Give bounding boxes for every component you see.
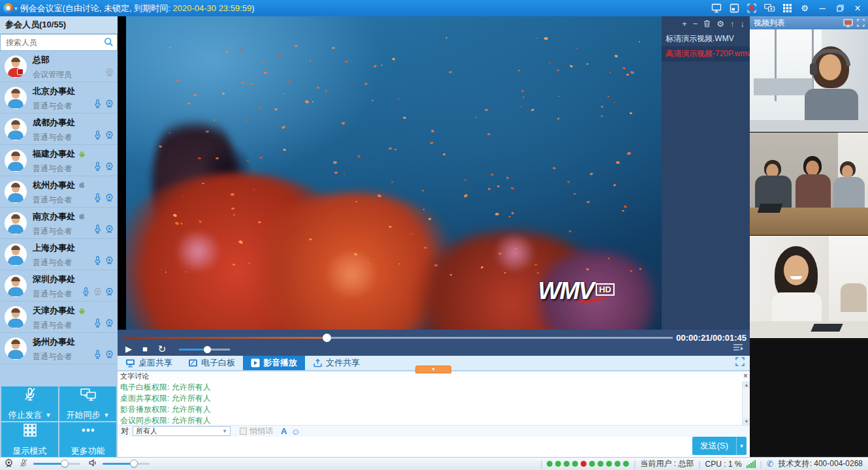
volume-handle[interactable]	[204, 346, 211, 353]
playlist-item[interactable]: 标清演示视频.WMV	[662, 31, 750, 46]
webcam-icon[interactable]	[104, 161, 114, 172]
mic-icon[interactable]	[93, 224, 103, 234]
settings-icon[interactable]: ⚙	[798, 3, 811, 14]
recipient-select[interactable]: 所有人▼	[133, 426, 231, 436]
playlist-settings-icon[interactable]: ⚙	[716, 20, 724, 28]
send-options-icon[interactable]: ▼	[736, 437, 747, 455]
play-button[interactable]: ▶	[125, 344, 132, 354]
chat-message: 影音播放权限: 允许所有人	[120, 404, 742, 415]
participant-row[interactable]: 深圳办事处普通与会者	[0, 270, 118, 302]
speaker-volume-handle[interactable]	[130, 460, 138, 467]
participant-row[interactable]: 天津办事处普通与会者	[0, 302, 118, 333]
video-thumbnail[interactable]	[750, 133, 868, 236]
stop-speaking-button[interactable]: 停止发言▼	[1, 386, 58, 421]
participant-row[interactable]: 杭州办事处普通与会者	[0, 176, 118, 208]
participant-row[interactable]: 成都办事处普通与会者	[0, 114, 118, 145]
menu-chevron-icon[interactable]: ▾	[14, 5, 18, 12]
chevron-down-icon[interactable]: ▼	[46, 412, 52, 418]
seek-handle[interactable]	[323, 334, 331, 342]
webcam-icon[interactable]	[104, 287, 114, 297]
webcam-icon[interactable]	[93, 287, 103, 297]
screen-share-icon[interactable]	[710, 3, 723, 14]
fullscreen-icon[interactable]	[735, 357, 745, 369]
display-grid-icon[interactable]	[780, 3, 794, 14]
tab-whiteboard[interactable]: 电子白板	[180, 356, 243, 370]
chat-close-icon[interactable]: ×	[743, 373, 748, 380]
speaker-volume-slider[interactable]	[103, 463, 150, 465]
chat-scrollbar[interactable]: ▲ ▼	[742, 381, 750, 425]
participant-row[interactable]: 北京办事处普通与会者	[0, 82, 118, 114]
tab-media-playback[interactable]: 影音播放	[243, 356, 305, 370]
mic-volume-handle[interactable]	[61, 460, 69, 467]
webcam-icon[interactable]	[104, 349, 114, 360]
playlist-item-name: 标清演示视频.WMV	[666, 31, 734, 46]
restore-icon[interactable]	[833, 3, 846, 14]
chevron-down-icon[interactable]: ▼	[104, 412, 110, 418]
playlist-item[interactable]: 高清演示视频-720P.wmv删除	[662, 46, 750, 61]
remove-media-icon[interactable]: −	[693, 20, 698, 28]
chat-messages: 电子白板权限: 允许所有人桌面共享权限: 允许所有人影音播放权限: 允许所有人会…	[118, 381, 742, 425]
chat-input-area[interactable]: 发送(S) ▼	[118, 437, 750, 458]
webcam-icon[interactable]	[104, 130, 114, 140]
mic-icon[interactable]	[93, 349, 103, 360]
search-input[interactable]	[0, 34, 118, 51]
volume-slider[interactable]	[179, 349, 230, 351]
participant-row[interactable]: 总部会议管理员	[0, 51, 118, 82]
collapse-handle[interactable]: ▾	[415, 366, 451, 373]
display-mode-button[interactable]: 显示模式	[1, 422, 58, 457]
participant-name: 成都办事处	[33, 117, 75, 129]
whisper-checkbox[interactable]	[240, 428, 247, 435]
webcam-icon[interactable]	[104, 193, 114, 203]
webcam-icon[interactable]	[104, 255, 114, 266]
webcam-icon[interactable]	[104, 99, 114, 109]
replay-button[interactable]: ↻	[158, 344, 167, 354]
seek-bar[interactable]	[123, 337, 673, 339]
network-sync-icon[interactable]	[763, 3, 776, 14]
minimize-icon[interactable]: ─	[816, 3, 829, 14]
chevron-down-icon: ▼	[222, 428, 227, 434]
participant-row[interactable]: 南京办事处普通与会者	[0, 208, 118, 239]
more-functions-button[interactable]: 更多功能	[59, 422, 116, 457]
participant-row[interactable]: 扬州办事处普通与会者	[0, 333, 118, 364]
tab-file-share[interactable]: 文件共享	[305, 356, 368, 370]
participant-device-icons	[93, 255, 114, 266]
video-window-icon[interactable]	[843, 19, 853, 27]
mic-muted-status-icon[interactable]	[19, 458, 28, 470]
mic-volume-slider[interactable]	[33, 463, 80, 465]
mic-icon[interactable]	[93, 193, 103, 203]
participant-row[interactable]: 福建办事处普通与会者	[0, 145, 118, 176]
tab-desktop-share[interactable]: 桌面共享	[118, 356, 180, 370]
mic-icon[interactable]	[93, 99, 103, 109]
add-media-icon[interactable]: +	[682, 20, 687, 28]
send-button[interactable]: 发送(S)	[692, 437, 736, 455]
font-style-button[interactable]: A	[281, 426, 287, 436]
trash-icon[interactable]	[703, 20, 711, 29]
quality-dot	[572, 461, 578, 467]
participant-device-icons	[93, 130, 114, 140]
video-thumbnail[interactable]	[750, 236, 868, 339]
mic-icon[interactable]	[93, 161, 103, 172]
move-up-icon[interactable]: ↑	[730, 20, 735, 28]
participant-row[interactable]: 上海办事处普通与会者	[0, 239, 118, 270]
video-thumbnail[interactable]	[750, 29, 868, 133]
playlist-toggle-icon[interactable]	[733, 342, 743, 354]
mic-icon[interactable]	[93, 318, 103, 328]
participant-name: 南京办事处	[33, 211, 86, 223]
emoji-button[interactable]: ☺	[291, 426, 300, 437]
close-icon[interactable]: ×	[851, 3, 864, 14]
mic-icon[interactable]	[93, 130, 103, 140]
webcam-status-icon[interactable]	[4, 458, 14, 470]
mic-icon[interactable]	[93, 255, 103, 266]
record-icon[interactable]	[745, 3, 758, 14]
start-sync-button[interactable]: 开始同步▼	[59, 386, 116, 421]
search-icon[interactable]	[104, 37, 114, 50]
webcam-icon[interactable]	[104, 318, 114, 328]
webcam-icon[interactable]	[104, 67, 114, 78]
stop-button[interactable]: ■	[142, 344, 148, 354]
window-mode-icon[interactable]	[728, 3, 741, 14]
speaker-icon[interactable]	[88, 458, 97, 469]
move-down-icon[interactable]: ↓	[741, 20, 745, 28]
mic-icon[interactable]	[81, 287, 91, 297]
webcam-icon[interactable]	[104, 224, 114, 234]
expand-panel-icon[interactable]	[857, 19, 865, 27]
